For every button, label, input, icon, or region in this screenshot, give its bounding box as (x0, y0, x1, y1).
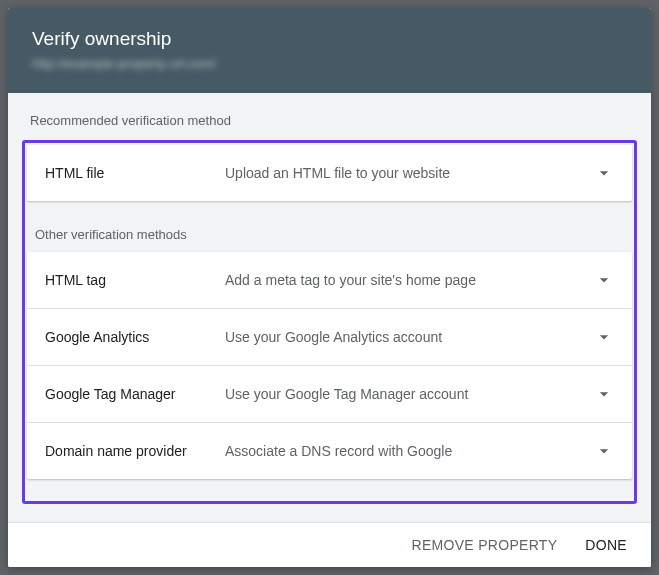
method-desc: Add a meta tag to your site's home page (225, 272, 594, 288)
dialog-body: Recommended verification method HTML fil… (8, 93, 651, 522)
method-name: Google Tag Manager (45, 386, 225, 402)
method-row-html-tag[interactable]: HTML tag Add a meta tag to your site's h… (27, 252, 632, 309)
other-section-label: Other verification methods (35, 221, 632, 242)
chevron-down-icon (594, 384, 614, 404)
method-desc: Use your Google Tag Manager account (225, 386, 594, 402)
verify-ownership-dialog: Verify ownership http://example-property… (8, 8, 651, 567)
method-name: HTML file (45, 165, 225, 181)
methods-highlight-box: HTML file Upload an HTML file to your we… (22, 140, 637, 504)
method-name: Domain name provider (45, 443, 225, 459)
method-row-google-analytics[interactable]: Google Analytics Use your Google Analyti… (27, 309, 632, 366)
other-methods-card: HTML tag Add a meta tag to your site's h… (27, 252, 632, 479)
dialog-footer: REMOVE PROPERTY DONE (8, 522, 651, 567)
method-row-google-tag-manager[interactable]: Google Tag Manager Use your Google Tag M… (27, 366, 632, 423)
dialog-title: Verify ownership (32, 28, 627, 50)
method-desc: Associate a DNS record with Google (225, 443, 594, 459)
recommended-section-label: Recommended verification method (30, 113, 637, 128)
property-url-blurred: http://example-property-url.com/ (32, 56, 627, 71)
remove-property-button[interactable]: REMOVE PROPERTY (412, 537, 558, 553)
method-row-html-file[interactable]: HTML file Upload an HTML file to your we… (27, 145, 632, 201)
method-desc: Upload an HTML file to your website (225, 165, 594, 181)
method-name: Google Analytics (45, 329, 225, 345)
chevron-down-icon (594, 327, 614, 347)
done-button[interactable]: DONE (585, 537, 627, 553)
method-row-domain-name-provider[interactable]: Domain name provider Associate a DNS rec… (27, 423, 632, 479)
method-desc: Use your Google Analytics account (225, 329, 594, 345)
chevron-down-icon (594, 441, 614, 461)
dialog-header: Verify ownership http://example-property… (8, 8, 651, 93)
recommended-method-card: HTML file Upload an HTML file to your we… (27, 145, 632, 201)
chevron-down-icon (594, 270, 614, 290)
method-name: HTML tag (45, 272, 225, 288)
chevron-down-icon (594, 163, 614, 183)
